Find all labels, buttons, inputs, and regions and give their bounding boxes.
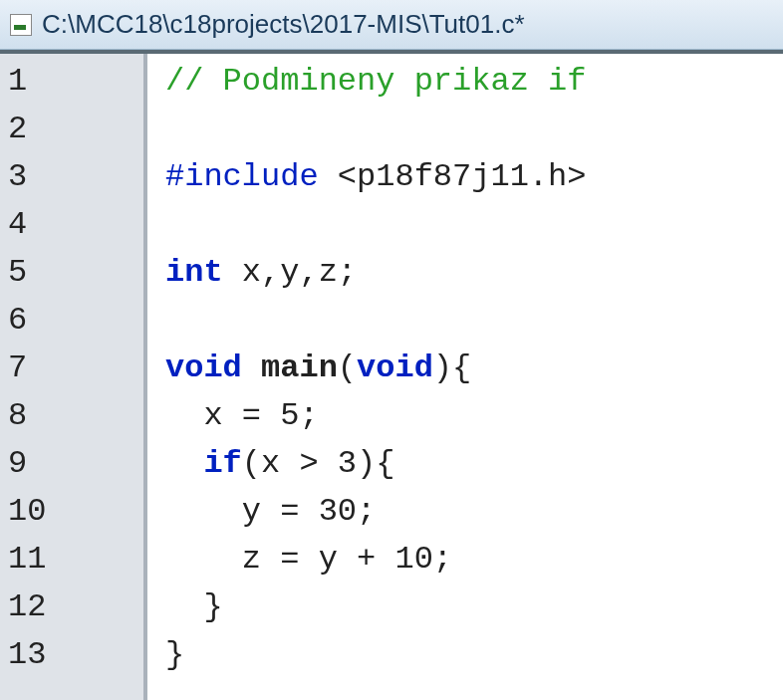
- code-token: [242, 350, 261, 386]
- code-token: [165, 445, 203, 482]
- code-line[interactable]: if(x > 3){: [165, 440, 783, 488]
- code-area[interactable]: // Podmineny prikaz if#include <p18f87j1…: [147, 54, 783, 700]
- line-number: 6: [0, 297, 143, 345]
- code-token: // Podmineny prikaz if: [165, 63, 586, 100]
- code-token: int: [165, 254, 223, 291]
- code-token: main: [261, 350, 338, 386]
- code-line[interactable]: z = y + 10;: [165, 536, 783, 583]
- code-token: void: [165, 350, 242, 386]
- line-number: 10: [0, 488, 143, 536]
- line-number: 11: [0, 536, 143, 583]
- code-token: (: [338, 350, 357, 386]
- code-line[interactable]: // Podmineny prikaz if: [165, 58, 783, 106]
- code-token: [319, 158, 338, 195]
- line-number: 3: [0, 153, 143, 201]
- code-token: void: [357, 350, 433, 386]
- app-icon: [10, 14, 32, 36]
- code-token: <p18f87j11.h>: [338, 158, 587, 195]
- code-line[interactable]: [165, 106, 783, 153]
- code-token: (x > 3){: [242, 445, 395, 482]
- window-title: C:\MCC18\c18projects\2017-MIS\Tut01.c*: [42, 9, 525, 40]
- code-line[interactable]: y = 30;: [165, 488, 783, 536]
- code-token: }: [165, 588, 223, 625]
- code-token: x,y,z;: [223, 254, 357, 291]
- line-number: 5: [0, 249, 143, 297]
- code-line[interactable]: void main(void){: [165, 345, 783, 392]
- line-number: 12: [0, 583, 143, 631]
- code-token: #include: [165, 158, 319, 195]
- code-line[interactable]: }: [165, 583, 783, 631]
- code-line[interactable]: int x,y,z;: [165, 249, 783, 297]
- code-line[interactable]: x = 5;: [165, 392, 783, 440]
- code-token: x = 5;: [165, 397, 319, 434]
- code-editor[interactable]: 12345678910111213 // Podmineny prikaz if…: [0, 50, 783, 700]
- code-line[interactable]: }: [165, 631, 783, 679]
- code-token: y = 30;: [165, 493, 376, 530]
- line-number: 2: [0, 106, 143, 153]
- line-number: 7: [0, 345, 143, 392]
- code-line[interactable]: [165, 297, 783, 345]
- line-number: 4: [0, 201, 143, 249]
- code-token: }: [165, 636, 184, 673]
- line-number: 9: [0, 440, 143, 488]
- line-number: 13: [0, 631, 143, 679]
- titlebar[interactable]: C:\MCC18\c18projects\2017-MIS\Tut01.c*: [0, 0, 783, 50]
- code-line[interactable]: [165, 201, 783, 249]
- code-token: z = y + 10;: [165, 541, 452, 578]
- line-number-gutter: 12345678910111213: [0, 54, 147, 700]
- code-token: ){: [433, 350, 471, 386]
- code-token: if: [203, 445, 241, 482]
- line-number: 1: [0, 58, 143, 106]
- line-number: 8: [0, 392, 143, 440]
- code-line[interactable]: #include <p18f87j11.h>: [165, 153, 783, 201]
